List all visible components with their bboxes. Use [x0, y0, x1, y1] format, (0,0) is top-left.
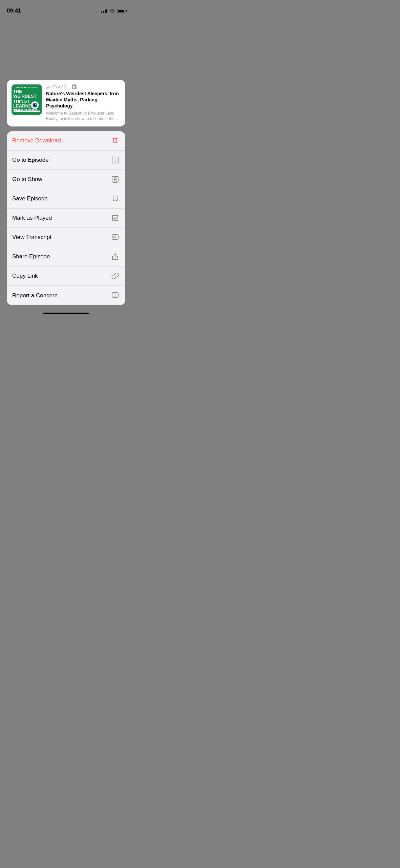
- menu-item-view-transcript[interactable]: View Transcript: [7, 228, 125, 247]
- menu-item-mark-as-played[interactable]: Mark as Played: [7, 209, 125, 228]
- menu-item-go-to-show[interactable]: Go to Show: [7, 170, 125, 189]
- meta-separator: ·: [69, 85, 70, 89]
- artwork-show-label: POPULAR SCIENCE: [12, 84, 42, 88]
- artwork-bar: [14, 111, 40, 112]
- home-bar: [43, 313, 89, 314]
- menu-item-remove-download[interactable]: Remove Download: [7, 131, 125, 151]
- episode-title: Nature's Weirdest Sleepers, Iron Maiden …: [46, 91, 121, 109]
- status-bar: 09:41: [0, 0, 132, 17]
- menu-item-save-episode[interactable]: Save Episode: [7, 189, 125, 209]
- menu-label-save-episode: Save Episode: [12, 195, 48, 202]
- battery-icon: [117, 9, 125, 13]
- menu-item-share-episode[interactable]: Share Episode...: [7, 247, 125, 267]
- menu-label-copy-link: Copy Link: [12, 273, 38, 279]
- svg-rect-7: [112, 176, 118, 182]
- status-time: 09:41: [7, 7, 21, 14]
- episode-card: POPULAR SCIENCE THEWEIRDESTTHING ILEARNE…: [7, 80, 125, 126]
- svg-point-14: [115, 296, 115, 296]
- podcast-icon: [110, 175, 120, 184]
- menu-item-report-concern[interactable]: Report a Concern: [7, 286, 125, 305]
- episode-meta: 2D AGO · E: [46, 84, 121, 89]
- menu-label-share-episode: Share Episode...: [12, 253, 55, 260]
- menu-label-go-to-episode: Go to Episode: [12, 157, 49, 163]
- info-circle-icon: [110, 155, 120, 165]
- share-icon: [110, 252, 120, 261]
- play-progress-icon: [46, 85, 50, 88]
- menu-label-mark-as-played: Mark as Played: [12, 215, 52, 221]
- trash-icon: [110, 136, 120, 145]
- exclamation-bubble-icon: [110, 291, 120, 300]
- quote-bubble-icon: [110, 233, 120, 242]
- home-indicator: [0, 309, 132, 317]
- svg-point-5: [115, 159, 115, 159]
- menu-label-report-concern: Report a Concern: [12, 292, 58, 299]
- status-icons: [101, 9, 125, 13]
- episode-info: 2D AGO · E Nature's Weirdest Sleepers, I…: [46, 84, 121, 122]
- link-icon: [110, 271, 120, 281]
- context-menu: Remove Download Go to Episode Go to Show: [7, 131, 125, 305]
- explicit-badge: E: [72, 84, 77, 89]
- episode-description: Welcome to Season 8! Producer Jess Boddy…: [46, 111, 121, 122]
- signal-icon: [101, 9, 107, 13]
- episode-artwork: POPULAR SCIENCE THEWEIRDESTTHING ILEARNE…: [12, 84, 42, 115]
- menu-item-go-to-episode[interactable]: Go to Episode: [7, 151, 125, 170]
- bookmark-icon: [110, 194, 120, 203]
- menu-label-go-to-show: Go to Show: [12, 176, 42, 183]
- wifi-icon: [109, 9, 115, 13]
- artwork-title: THEWEIRDESTTHING ILEARNEDTHIS WEEK: [12, 88, 42, 113]
- checkmark-square-icon: [110, 213, 120, 223]
- menu-label-view-transcript: View Transcript: [12, 234, 51, 241]
- episode-time-ago: 2D AGO: [52, 85, 67, 89]
- menu-label-remove-download: Remove Download: [12, 137, 61, 144]
- artwork-eye-icon: [31, 101, 39, 109]
- menu-item-copy-link[interactable]: Copy Link: [7, 267, 125, 286]
- svg-point-3: [35, 104, 36, 105]
- svg-point-8: [114, 178, 116, 180]
